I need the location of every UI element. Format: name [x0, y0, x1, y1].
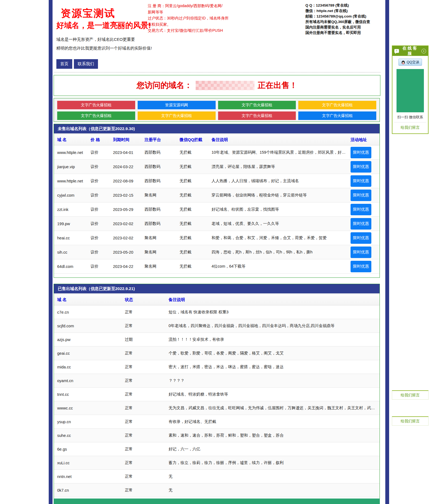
sold-domain-row: c7e.cn正常短位，域名有 快速收录权限 权重3: [54, 305, 380, 319]
unsold-table-title: 未售出域名列表（信息已更新至2022.9.30): [54, 124, 380, 133]
note-cell: 个爱，歌爱，割爱，哥哎，各爱，阁爱，隔爱，格艾，阁艾，戈艾: [169, 351, 376, 356]
ad-banner[interactable]: 文字广告火爆招租: [298, 101, 376, 109]
customer-service-body: QQ交谈 扫一扫 微信联系 给我们留言: [392, 56, 428, 133]
ad-banner[interactable]: 文字广告火爆招租: [218, 101, 296, 109]
price-cell: 议价: [91, 164, 113, 169]
sold-domain-row: azjs.pw过期流拍！！！！安卓技术，有收录: [54, 333, 380, 346]
unsold-domains-panel: 未售出域名列表（信息已更新至2022.9.30) 域 名价 格到期时间注册平台微…: [54, 124, 380, 278]
registrar-line: 注 册 商：阿里云/godaddy/西部数码/爱名网/: [148, 3, 230, 9]
ad-banner[interactable]: 文字广告火爆招租: [218, 111, 296, 120]
status-cell: 正常: [125, 351, 169, 356]
main-nav: 首页联系我们: [56, 59, 100, 69]
column-header: 价 格: [91, 137, 113, 142]
sold-domain-row: mida.cc正常密大，迷打，米搭，密达，米达，咪达，蜜搭，蜜达，蜜哒，迷达: [54, 360, 380, 374]
unsold-domain-row: sih.cc议价2023-05-20聚名网无拦截四海，思哈，死h，斯h，丝h，似…: [54, 245, 380, 259]
unsold-domain-row: www.httple.net议价2022-08-09西部数码无拦截人人热播，人人…: [54, 174, 380, 188]
column-header: 备注说明: [169, 297, 376, 302]
status-cell: 正常: [125, 419, 169, 424]
expire-cell: 2022-08-09: [113, 179, 144, 183]
note-cell: 好记，六一，六亿: [169, 446, 376, 452]
ad-banner-grid: 文字广告火爆招租资源宝源码网文字广告火爆招租文字广告火爆招租文字广告火爆招租文字…: [54, 98, 380, 122]
limited-offer-button[interactable]: 限时优惠: [351, 261, 371, 272]
sold-domain-row: geai.cc正常个爱，歌爱，割爱，哥哎，各爱，阁爱，隔爱，格艾，阁艾，戈艾: [54, 346, 380, 360]
column-header: 状态: [125, 297, 169, 302]
note-cell: 素和，速和，速合，苏和，苏荷，鲜和，塑和，塑合，塑盒，苏合: [169, 433, 376, 438]
leave-message-box[interactable]: 给我们留言: [392, 390, 429, 400]
circle-arrow-icon[interactable]: ›: [421, 49, 426, 53]
contact-line: 所有域名均未被QQ,360屏蔽，微信自查: [305, 19, 378, 25]
note-cell: 蓄力，徐立，徐莉，徐力，徐丽，序例，墟里，续力，许丽，叙利: [169, 460, 376, 465]
nav-item-0[interactable]: 首页: [56, 59, 72, 69]
qq-chat-button[interactable]: QQ交谈: [398, 59, 422, 66]
banner-prefix: 您访问的域名：: [137, 80, 192, 91]
limited-offer-button[interactable]: 限时优惠: [351, 190, 371, 201]
note-cell: 老域，短域，优质、要久久，一久久等: [212, 221, 351, 226]
contact-info: Q Q：123456789 (常在线)微信：httple.net (常在线)邮箱…: [305, 3, 378, 36]
ad-banner[interactable]: 文字广告火爆招租: [57, 101, 135, 109]
sold-domain-row: nntn.net正常无: [54, 470, 380, 483]
sold-table-body: c7e.cn正常短位，域名有 快速收录权限 权重3scjfd.com正常0年老域…: [54, 305, 380, 497]
limited-offer-button[interactable]: 限时优惠: [351, 247, 371, 258]
action-cell: 限时优惠: [351, 232, 376, 244]
right-frame-stripe: [385, 0, 389, 504]
customer-service-title: 在线客服: [401, 46, 420, 56]
expire-cell: 2023-02-02: [113, 222, 144, 226]
censored-domain-block: [196, 81, 254, 90]
column-header: 备注说明: [212, 137, 351, 142]
price-cell: 议价: [91, 207, 113, 212]
domain-cell: mida.cc: [57, 365, 125, 369]
platform-cell: 聚名网: [144, 193, 180, 198]
ad-banner[interactable]: 文字广告火爆招租: [138, 111, 216, 120]
limited-offer-button[interactable]: 限时优惠: [351, 232, 371, 244]
ad-banner[interactable]: 文字广告火爆招租: [298, 111, 376, 120]
sold-column-headers: 域 名状态备注说明: [54, 293, 380, 305]
block-cell: 无拦截: [180, 150, 212, 155]
leave-message-link[interactable]: 给我们留言: [394, 122, 426, 132]
column-header: 域 名: [57, 137, 91, 142]
status-cell: 正常: [125, 364, 169, 370]
contact-line: 国外注册商不需要实名，即买即用: [305, 30, 378, 36]
unsold-domain-row: heai.cc议价2023-02-02聚名网无拦截和爱，和蔼，合爱，和艾，河爱，…: [54, 231, 380, 245]
note-cell: 有收录，好记域名、无拦截: [169, 419, 376, 424]
limited-offer-button[interactable]: 限时优惠: [351, 218, 371, 230]
domain-cell: 199.pw: [57, 222, 91, 226]
status-cell: 正常: [125, 310, 169, 315]
status-cell: 正常: [125, 392, 169, 397]
unsold-domain-row: 199.pw议价2023-02-02西部数码无拦截老域，短域，优质、要久久，一久…: [54, 217, 380, 231]
contact-line: 邮箱：123456789@qq.com (常在线): [305, 14, 378, 19]
nav-item-1[interactable]: 联系我们: [74, 59, 98, 69]
site-slogan: 好域名，是一道亮丽的风景!: [56, 20, 151, 31]
footer-bar: [54, 499, 380, 504]
ad-banner[interactable]: 文字广告火爆招租: [57, 111, 135, 120]
customer-service-header: ! 在线客服 ›: [392, 46, 428, 56]
wechat-qr-code: [397, 69, 424, 112]
block-cell: 无拦截: [180, 221, 212, 226]
block-cell: 无拦截: [180, 164, 212, 169]
unsold-column-headers: 域 名价 格到期时间注册平台微信QQ拦截备注说明活动地址: [54, 133, 380, 145]
expire-cell: 2024-03-22: [113, 165, 144, 169]
expire-cell: 2023-02-15: [113, 193, 144, 197]
status-cell: 正常: [125, 323, 169, 328]
limited-offer-button[interactable]: 限时优惠: [351, 175, 371, 187]
limited-offer-button[interactable]: 限时优惠: [351, 204, 371, 215]
domain-cell: oyamt.cn: [57, 379, 125, 383]
status-cell: 正常: [125, 433, 169, 438]
platform-cell: 西部数码: [144, 178, 180, 184]
limited-offer-button[interactable]: 限时优惠: [351, 161, 371, 173]
expire-cell: 2023-05-20: [113, 250, 144, 254]
leave-message-box[interactable]: 给我们留言: [392, 416, 429, 426]
price-cell: 议价: [91, 150, 113, 155]
note-cell: 短位，域名有 快速收录权限 权重3: [169, 310, 376, 315]
domain-cell: ysup.cn: [57, 420, 125, 424]
sold-domain-row: scjfd.com正常0年老域名，四川聚锋达，四川金福袋，四川金福地，四川金丰达…: [54, 319, 380, 333]
block-cell: 无拦截: [180, 193, 212, 198]
action-cell: 限时优惠: [351, 247, 376, 258]
customer-service-panel: ! 在线客服 › QQ交谈 扫一扫 微信联系 给我们留言: [392, 45, 429, 134]
domain-cell: azjs.pw: [57, 337, 125, 342]
platform-cell: 西部数码: [144, 221, 180, 226]
limited-offer-button[interactable]: 限时优惠: [351, 147, 371, 158]
domain-cell: heai.cc: [57, 236, 91, 240]
ad-banner[interactable]: 资源宝源码网: [138, 101, 216, 109]
domain-cell: jianjue.vip: [57, 165, 91, 169]
action-cell: 限时优惠: [351, 175, 376, 187]
